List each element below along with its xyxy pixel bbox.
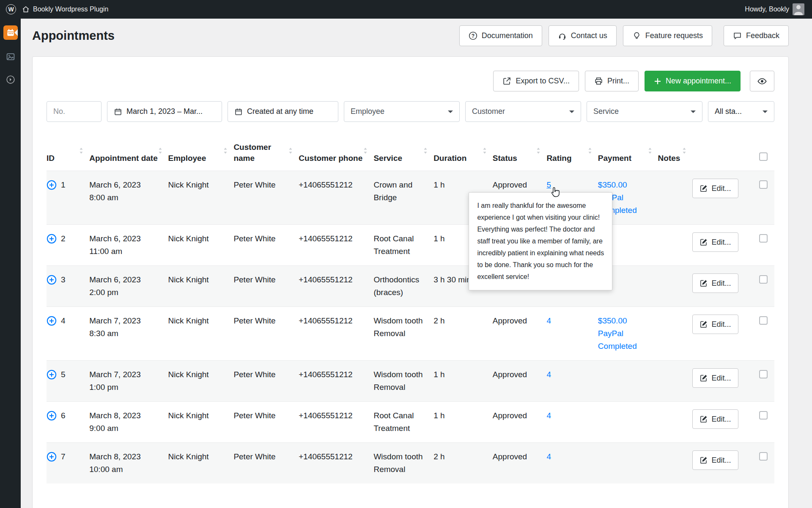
checkbox-cell [749,225,774,266]
expand-row-button[interactable] [47,452,57,462]
edit-button[interactable]: Edit... [692,409,738,429]
rating-tooltip-text: I am really thankful for the awesome exp… [477,202,604,280]
edit-label: Edit... [712,238,731,247]
sidebar-item-bookly[interactable] [3,25,18,40]
column-header-id[interactable]: ID [47,136,89,171]
select-all-checkbox[interactable] [759,152,768,161]
edit-button[interactable]: Edit... [692,232,738,252]
column-header-notes[interactable]: Notes [658,136,692,171]
row-checkbox[interactable] [759,411,768,420]
row-checkbox[interactable] [759,370,768,378]
notes-cell [658,171,692,225]
columns-visibility-button[interactable] [750,71,774,91]
collapse-menu-button[interactable] [5,74,16,86]
notes-cell [658,225,692,266]
row-checkbox[interactable] [759,275,768,284]
sort-icon [223,146,228,157]
row-checkbox[interactable] [759,452,768,461]
edit-button[interactable]: Edit... [692,315,738,334]
expand-row-button[interactable] [47,411,57,421]
eye-icon [757,76,767,86]
status-filter[interactable]: All sta... [708,101,774,122]
expand-row-button[interactable] [47,316,57,326]
row-checkbox[interactable] [759,234,768,243]
edit-button[interactable]: Edit... [692,450,738,470]
column-header-customer-name[interactable]: Customer name [233,136,299,171]
rating-link[interactable]: 4 [546,316,551,325]
column-header-duration[interactable]: Duration [433,136,493,171]
export-csv-button[interactable]: Export to CSV... [493,71,579,91]
date-range-value: March 1, 2023 – Mar... [126,107,203,116]
expand-row-button[interactable] [47,275,57,285]
sidebar-item-media[interactable] [5,51,16,63]
appointment-no-input[interactable] [47,101,102,122]
edit-label: Edit... [712,320,731,329]
column-header-date[interactable]: Appointment date [89,136,168,171]
expand-row-button[interactable] [47,370,57,380]
date-cell: March 6, 2023 2:00 pm [89,266,168,307]
print-label: Print... [607,77,629,86]
row-checkbox[interactable] [759,316,768,325]
created-at-value: Created at any time [247,107,313,116]
documentation-button[interactable]: ? Documentation [459,25,542,46]
rating-link[interactable]: 4 [546,370,551,379]
table-row: 1 March 6, 2023 8:00 am Nick Knight Pete… [47,171,774,225]
bookly-calendar-icon [6,28,15,37]
column-header-customer-phone[interactable]: Customer phone [299,136,373,171]
headset-icon [558,31,567,40]
column-header-rating[interactable]: Rating [546,136,598,171]
column-header-status[interactable]: Status [493,136,547,171]
edit-pencil-icon [700,320,708,329]
created-at-filter[interactable]: Created at any time [228,101,338,122]
rating-link[interactable]: 4 [546,411,551,420]
payment-amount-link[interactable]: $350.00 [598,179,651,191]
edit-button[interactable]: Edit... [692,368,738,388]
id-cell: 4 [47,307,89,361]
print-button[interactable]: Print... [585,71,639,91]
column-header-employee[interactable]: Employee [168,136,234,171]
payment-status-link[interactable]: Completed [598,340,651,353]
expand-row-button[interactable] [47,234,57,244]
appointment-date-filter[interactable]: March 1, 2023 – Mar... [107,101,222,122]
service-filter-value: Service [593,107,619,116]
duration-cell: 2 h [433,307,493,361]
column-header-payment[interactable]: Payment [598,136,658,171]
new-appointment-button[interactable]: New appointment... [645,71,741,91]
notes-cell [658,402,692,443]
site-home-link[interactable]: Bookly Wordpress Plugin [22,6,108,13]
payment-method-link[interactable]: PayPal [598,327,651,340]
site-name: Bookly Wordpress Plugin [33,6,108,13]
contact-us-button[interactable]: Contact us [549,25,617,46]
id-cell: 5 [47,361,89,402]
edit-pencil-icon [700,415,708,423]
service-cell: Wisdom tooth Removal [373,443,433,484]
edit-label: Edit... [712,184,731,193]
payment-amount-link[interactable]: $350.00 [598,315,651,327]
appointment-date: March 7, 2023 [89,368,161,381]
feedback-button[interactable]: Feedback [724,25,789,46]
service-filter[interactable]: Service [587,101,702,122]
customer-name-cell: Peter White [233,443,299,484]
wordpress-logo-icon[interactable]: W [6,4,16,14]
column-header-service[interactable]: Service [373,136,433,171]
table-row: 6 March 8, 2023 9:00 am Nick Knight Pete… [47,402,774,443]
service-cell: Wisdom tooth Removal [373,361,433,402]
svg-text:?: ? [472,33,475,39]
chevron-down-icon [569,110,574,113]
notes-cell [658,266,692,307]
howdy-menu[interactable]: Howdy, Bookly [745,3,804,15]
employee-filter-value: Employee [351,107,384,116]
edit-button[interactable]: Edit... [692,179,738,198]
employee-filter[interactable]: Employee [344,101,460,122]
appointment-date: March 8, 2023 [89,450,161,463]
table-row: 5 March 7, 2023 1:00 pm Nick Knight Pete… [47,361,774,402]
edit-cell: Edit... [692,402,749,443]
customer-filter[interactable]: Customer [465,101,581,122]
feedback-label: Feedback [746,31,779,40]
edit-button[interactable]: Edit... [692,273,738,293]
expand-row-button[interactable] [47,180,57,190]
rating-link[interactable]: 4 [546,452,551,461]
row-checkbox[interactable] [759,180,768,189]
edit-pencil-icon [700,374,708,382]
feature-requests-button[interactable]: Feature requests [623,25,712,46]
